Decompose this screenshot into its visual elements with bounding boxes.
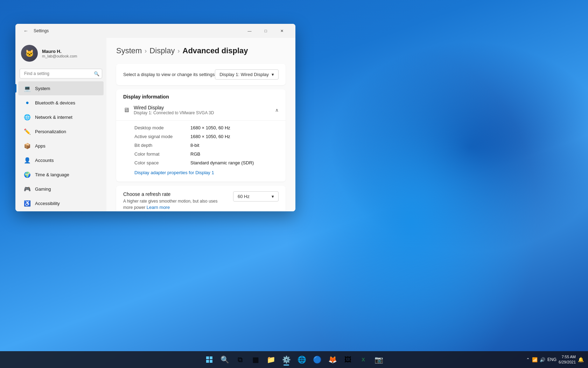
detail-row-color-format: Color format RGB (134, 150, 279, 158)
display-header[interactable]: 🖥 Wired Display Display 1: Connected to … (116, 100, 286, 121)
user-info: Mauro H. m_lab@outlook.com (42, 49, 77, 58)
taskbar-explorer-button[interactable]: 📁 (264, 353, 278, 367)
taskbar-edge-button[interactable]: 🌐 (295, 353, 309, 367)
personalization-icon: ✏️ (24, 128, 31, 135)
sidebar: 🐱 Mauro H. m_lab@outlook.com 🔍 💻 System (15, 38, 106, 211)
back-button[interactable]: ← (21, 26, 31, 36)
taskbar-clock[interactable]: 7:55 AM 6/29/2021 (559, 354, 576, 365)
refresh-rate-title: Choose a refresh rate (123, 191, 227, 197)
sidebar-item-gaming-label: Gaming (35, 186, 51, 192)
sidebar-item-system[interactable]: 💻 System (18, 81, 104, 95)
display-selector-card: Select a display to view or change its s… (116, 64, 286, 85)
sidebar-item-accounts-label: Accounts (35, 158, 54, 163)
sidebar-item-accessibility-label: Accessibility (35, 201, 60, 206)
taskbar-photos-button[interactable]: 🖼 (341, 353, 355, 367)
sidebar-item-network-label: Network & internet (35, 115, 72, 120)
taskbar-chrome-button[interactable]: 🔵 (310, 353, 324, 367)
sidebar-item-bluetooth-label: Bluetooth & devices (35, 100, 75, 105)
user-name: Mauro H. (42, 49, 77, 54)
window-title: Settings (34, 28, 49, 33)
language-label[interactable]: ENG (547, 357, 556, 362)
notification-icon[interactable]: 🔔 (578, 357, 584, 362)
dropdown-chevron-icon: ▾ (272, 72, 274, 77)
close-button[interactable]: ✕ (274, 25, 290, 36)
display-subtitle: Display 1: Connected to VMware SVGA 3D (134, 110, 214, 115)
svg-rect-3 (210, 360, 212, 363)
avatar: 🐱 (21, 45, 38, 62)
refresh-rate-value: 60 Hz (238, 194, 250, 199)
user-profile: 🐱 Mauro H. m_lab@outlook.com (15, 41, 106, 67)
gaming-icon: 🎮 (24, 185, 31, 192)
accounts-icon: 👤 (24, 157, 31, 164)
refresh-rate-dropdown[interactable]: 60 Hz ▾ (233, 191, 279, 202)
sidebar-item-network[interactable]: 🌐 Network & internet (18, 110, 104, 124)
system-tray: ⌃ 📶 🔊 ENG 7:55 AM 6/29/2021 🔔 (526, 354, 584, 365)
detail-label-color-format: Color format (134, 151, 190, 157)
refresh-rate-card: Choose a refresh rate A higher rate give… (116, 186, 286, 211)
breadcrumb-advanced: Advanced display (183, 46, 248, 55)
expand-chevron-icon: ∧ (275, 107, 279, 113)
taskbar-time-display: 7:55 AM (559, 354, 576, 360)
detail-value-bit-depth: 8-bit (190, 143, 199, 148)
search-input[interactable] (20, 69, 102, 79)
taskbar-excel-button[interactable]: X (356, 353, 370, 367)
breadcrumb-display[interactable]: Display (149, 46, 175, 55)
breadcrumb-sep-1: › (145, 47, 147, 55)
detail-value-color-format: RGB (190, 151, 200, 157)
detail-row-signal-mode: Active signal mode 1680 × 1050, 60 Hz (134, 132, 279, 141)
settings-window: ← Settings — □ ✕ 🐱 Mauro H. m_lab@outloo… (15, 24, 295, 211)
sidebar-nav: 💻 System ● Bluetooth & devices 🌐 Network… (15, 81, 106, 211)
display-details: Desktop mode 1680 × 1050, 60 Hz Active s… (116, 121, 286, 182)
breadcrumb-system[interactable]: System (116, 46, 142, 55)
system-icon: 💻 (24, 85, 31, 92)
sidebar-item-time[interactable]: 🌍 Time & language (18, 168, 104, 182)
search-box: 🔍 (20, 69, 102, 79)
learn-more-link[interactable]: Learn more (147, 205, 170, 210)
detail-row-bit-depth: Bit depth 8-bit (134, 141, 279, 150)
detail-value-signal-mode: 1680 × 1050, 60 Hz (190, 134, 230, 139)
start-button[interactable] (202, 353, 216, 367)
sidebar-item-privacy[interactable]: 🔒 Privacy & security (18, 211, 104, 211)
sidebar-item-gaming[interactable]: 🎮 Gaming (18, 182, 104, 196)
search-icon: 🔍 (94, 71, 99, 76)
taskbar: 🔍 ⧉ ▦ 📁 ⚙️ 🌐 🔵 🦊 🖼 X 📷 ⌃ 📶 🔊 ENG 7:55 AM… (0, 351, 588, 368)
display-select-dropdown[interactable]: Display 1: Wired Display ▾ (215, 69, 279, 80)
display-select-label: Select a display to view or change its s… (123, 72, 215, 77)
apps-icon: 📦 (24, 142, 31, 149)
window-controls: — □ ✕ (241, 25, 290, 36)
svg-rect-2 (206, 360, 209, 363)
display-info-card: Display information 🖥 Wired Display Disp… (116, 89, 286, 182)
svg-rect-1 (210, 356, 212, 359)
sidebar-item-bluetooth[interactable]: ● Bluetooth & devices (18, 96, 104, 110)
refresh-rate-chevron-icon: ▾ (272, 194, 274, 199)
breadcrumb: System › Display › Advanced display (116, 46, 286, 55)
taskbar-firefox-button[interactable]: 🦊 (326, 353, 340, 367)
user-email: m_lab@outlook.com (42, 54, 77, 58)
sidebar-item-personalization[interactable]: ✏️ Personalization (18, 124, 104, 138)
network-tray-icon: 📶 (532, 357, 538, 362)
adapter-properties-link[interactable]: Display adapter properties for Display 1 (134, 167, 279, 176)
breadcrumb-sep-2: › (178, 47, 180, 55)
taskbar-search-button[interactable]: 🔍 (218, 353, 232, 367)
detail-label-desktop-mode: Desktop mode (134, 125, 190, 130)
sidebar-item-accessibility[interactable]: ♿ Accessibility (18, 196, 104, 210)
display-info-title: Display information (123, 94, 169, 100)
monitor-icon: 🖥 (123, 107, 130, 114)
time-icon: 🌍 (24, 171, 31, 178)
title-bar: ← Settings — □ ✕ (15, 24, 295, 38)
network-icon: 🌐 (24, 114, 31, 121)
taskbar-widgets-button[interactable]: ▦ (248, 353, 262, 367)
sidebar-item-personalization-label: Personalization (35, 129, 66, 134)
tray-icons: ⌃ (526, 357, 530, 362)
sidebar-item-time-label: Time & language (35, 172, 69, 177)
display-select-value: Display 1: Wired Display (219, 72, 269, 77)
taskbar-taskview-button[interactable]: ⧉ (233, 353, 247, 367)
maximize-button[interactable]: □ (258, 25, 274, 36)
taskbar-settings-button[interactable]: ⚙️ (279, 353, 293, 367)
sidebar-item-accounts[interactable]: 👤 Accounts (18, 153, 104, 167)
sidebar-item-apps[interactable]: 📦 Apps (18, 139, 104, 153)
detail-row-desktop-mode: Desktop mode 1680 × 1050, 60 Hz (134, 123, 279, 132)
minimize-button[interactable]: — (241, 25, 258, 36)
detail-row-color-space: Color space Standard dynamic range (SDR) (134, 158, 279, 167)
taskbar-camera-button[interactable]: 📷 (372, 353, 386, 367)
